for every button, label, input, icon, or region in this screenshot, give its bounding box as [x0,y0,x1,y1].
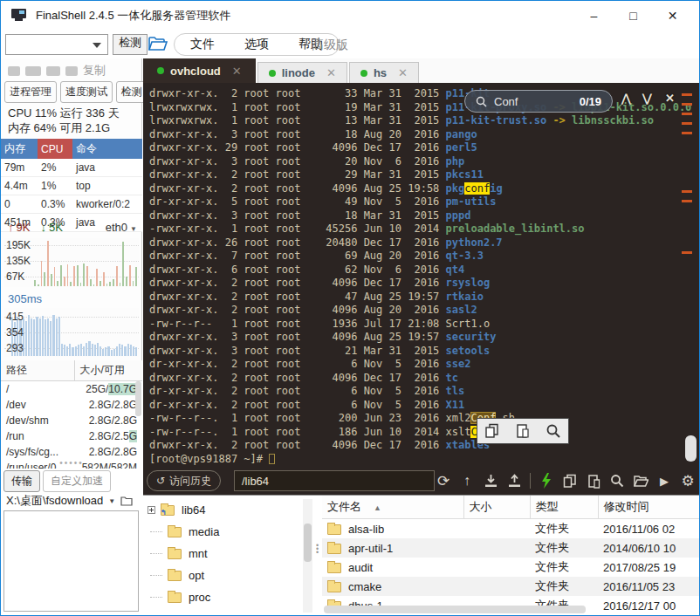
tree-scrollbar[interactable] [303,499,312,613]
process-table[interactable]: 内存 CPU 命令 79m2%java4.4m1%top00.3%kworker… [1,139,142,232]
history-button[interactable]: ↺ 访问历史 [147,470,221,491]
process-manager-button[interactable]: 进程管理 [4,81,57,103]
disk-row[interactable]: /dev2.8G/2.8G [1,397,142,413]
process-col-command[interactable]: 命令 [72,139,142,159]
search-match-marker [682,122,692,125]
file-table-hscrollbar[interactable] [324,606,586,613]
terminal-line: dr-xr-xr-x. 2 root root 6 Nov 5 2016 tls [149,385,699,399]
search-match-marker [682,103,692,106]
top-toolbar: 检测 文件 选项 帮助 高级版 [1,31,699,58]
search-prev-icon[interactable]: ⋀ [621,92,631,105]
search-match-marker [682,200,692,202]
lightning-icon[interactable] [539,472,554,489]
settings-icon[interactable]: ⚙ [680,472,696,489]
close-icon[interactable]: ✕ [232,65,242,78]
close-icon[interactable]: ✕ [398,66,408,79]
disk-row[interactable]: /dev/shm2.8G/2.8G [1,413,142,428]
transfer-list[interactable] [3,510,139,612]
refresh-icon[interactable]: ⟳ [436,472,451,489]
tree-item-opt[interactable]: opt [143,565,302,586]
process-col-memory[interactable]: 内存 [1,139,38,159]
copy-icon[interactable] [484,423,500,439]
menu-options[interactable]: 选项 [244,37,269,52]
col-filename[interactable]: 文件名▲ [322,496,463,519]
minimize-button[interactable]: – [574,1,614,31]
tab-transfer[interactable]: 传输 [3,470,40,492]
directory-tree[interactable]: lib64mediamntoptprocroot [143,499,302,613]
disk-col-path[interactable]: 路径 [1,360,74,381]
chevron-down-icon[interactable]: ▼ [108,497,115,505]
close-button[interactable]: ✕ [653,1,692,31]
file-row[interactable]: alsa-lib文件夹2016/11/06 02 [322,519,699,539]
col-type[interactable]: 类型 [530,496,598,519]
open-connection-icon[interactable] [148,35,168,52]
download-icon[interactable] [483,472,498,489]
expand-icon[interactable] [148,506,155,514]
disk-col-size[interactable]: 大小/可用 [74,360,142,381]
network-chart: 195K135K67K [4,238,139,287]
file-row[interactable]: apr-util-1文件夹2014/06/10 10 [322,538,699,558]
folder-outline-icon[interactable] [120,496,133,506]
col-size[interactable]: 大小 [463,496,530,519]
upload-icon[interactable] [506,472,522,489]
search-icon[interactable] [546,423,561,439]
title-bar: FinalShell 2.4.5 一体化服务器管理软件 – □ ✕ [1,1,699,31]
panel-splitter[interactable]: ••• [316,544,319,554]
tab-hs[interactable]: hs ✕ [349,62,419,83]
up-arrow-icon[interactable]: ↑ [459,472,475,489]
process-col-cpu[interactable]: CPU [38,139,72,159]
paste-icon[interactable] [515,423,531,439]
terminal[interactable]: Conf 0/19 ⋀ ⋁ ✕ drwxr-xr-x. 2 root root … [143,83,699,467]
chevron-down-icon: ▼ [130,225,137,233]
terminal-line: lrwxrwxrwx. 1 root root 19 Mar 31 2015 p… [149,101,699,115]
search-icon[interactable] [609,472,625,489]
paste-icon[interactable] [586,472,601,489]
axis-tick-label: 293 [6,342,24,354]
terminal-scrollbar[interactable] [685,435,697,462]
disk-row[interactable]: /25G/10.7G [1,381,142,398]
menu-file[interactable]: 文件 [190,37,215,52]
copy-icon[interactable] [562,472,578,489]
terminal-line: drwxr-xr-x. 2 root root 4096 Aug 20 2016… [149,304,699,318]
speed-test-button[interactable]: 速度测试 [60,81,113,103]
search-query[interactable]: Conf [494,95,518,108]
tab-linode[interactable]: linode ✕ [257,62,347,83]
copy-ip-button[interactable]: 复制 [83,63,106,79]
host-combo[interactable] [5,34,108,55]
interface-select[interactable]: eth0▼ [106,221,137,234]
process-row[interactable]: 79m2%java [1,159,142,177]
tree-item-proc[interactable]: proc [143,586,302,608]
tree-item-root[interactable]: root [143,608,302,613]
tree-item-media[interactable]: media [143,521,302,543]
tree-item-mnt[interactable]: mnt [143,543,302,565]
terminal-search-box[interactable]: Conf 0/19 [464,90,613,113]
terminal-line: drwxr-xr-x. 26 root root 20480 Dec 17 20… [149,236,699,250]
file-row[interactable]: cmake文件夹2016/11/05 23 [322,577,699,596]
disk-row[interactable]: /run2.8G/2.5G [1,428,142,444]
open-folder-icon[interactable] [633,472,649,489]
edition-label: 高级版 [312,38,348,53]
maximize-button[interactable]: □ [614,1,653,31]
file-row[interactable]: audit文件夹2017/08/25 19 [322,558,699,577]
process-row[interactable]: 4.4m1%top [1,177,142,195]
close-icon[interactable]: ✕ [326,66,336,79]
col-mtime[interactable]: 修改时间 [598,496,699,519]
download-path[interactable]: X:\桌面\fsdownload [6,493,103,509]
disk-scrollbar[interactable] [135,381,141,416]
detect-button-top[interactable]: 检测 [113,34,148,55]
tab-ovhcloud[interactable]: ovhcloud ✕ [143,58,256,83]
splitter-handle[interactable]: ••••• [1,458,142,468]
terminal-line: drwxr-xr-x. 3 root root 18 Aug 20 2016 p… [149,128,699,142]
tree-item-lib64[interactable]: lib64 [143,499,302,521]
upload-rate: 9K [17,221,31,234]
search-next-icon[interactable]: ⋁ [642,92,652,105]
run-icon[interactable]: ▶ [656,472,672,489]
search-match-marker [682,132,692,134]
remote-path-input[interactable]: /lib64 [234,470,435,491]
search-close-icon[interactable]: ✕ [665,92,675,105]
terminal-line: drwxr-xr-x. 2 root root 4096 Dec 17 2016… [149,372,699,386]
terminal-line: dr-xr-xr-x. 2 root root 6 Nov 5 2016 sse… [149,358,699,372]
tab-custom-accel[interactable]: 自定义加速 [43,470,111,492]
process-row[interactable]: 00.3%kworker/0:2 [1,195,142,214]
terminal-line: drwxr-xr-x. 3 root root 4096 Aug 25 19:5… [149,331,699,345]
